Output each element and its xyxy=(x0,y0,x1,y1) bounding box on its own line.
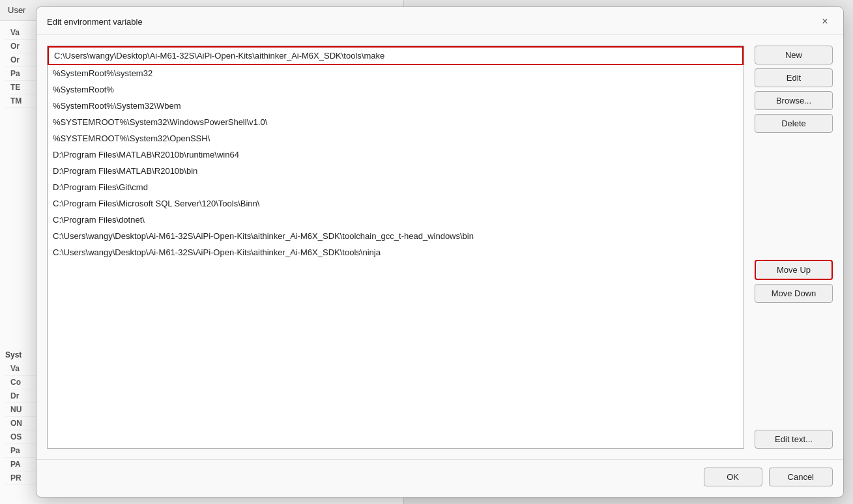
close-button[interactable]: × xyxy=(817,14,833,29)
delete-button[interactable]: Delete xyxy=(755,114,833,133)
edit-text-button[interactable]: Edit text... xyxy=(755,430,833,449)
edit-env-dialog: Edit environment variable × C:\Users\wan… xyxy=(36,7,844,497)
move-up-button[interactable]: Move Up xyxy=(755,260,833,280)
dialog-footer: OK Cancel xyxy=(36,459,843,497)
path-item[interactable]: %SYSTEMROOT%\System32\OpenSSH\ xyxy=(48,130,744,147)
dialog-content: C:\Users\wangy\Desktop\Ai-M61-32S\AiPi-O… xyxy=(36,35,843,459)
path-item[interactable]: %SystemRoot%\system32 xyxy=(48,65,744,81)
dialog-titlebar: Edit environment variable × xyxy=(36,7,843,35)
path-list-container: C:\Users\wangy\Desktop\Ai-M61-32S\AiPi-O… xyxy=(47,46,744,449)
path-list[interactable]: C:\Users\wangy\Desktop\Ai-M61-32S\AiPi-O… xyxy=(48,46,744,448)
dialog-title: Edit environment variable xyxy=(47,17,143,27)
button-spacer xyxy=(755,137,833,256)
move-down-button[interactable]: Move Down xyxy=(755,284,833,303)
button-spacer-2 xyxy=(755,307,833,426)
path-item[interactable]: D:\Program Files\Git\cmd xyxy=(48,179,744,195)
path-item[interactable]: C:\Users\wangy\Desktop\Ai-M61-32S\AiPi-O… xyxy=(48,244,744,260)
action-buttons: New Edit Browse... Delete Move Up Move D… xyxy=(755,46,833,449)
path-item[interactable]: %SystemRoot%\System32\Wbem xyxy=(48,98,744,114)
path-item[interactable]: C:\Program Files\Microsoft SQL Server\12… xyxy=(48,195,744,212)
path-item[interactable]: D:\Program Files\MATLAB\R2010b\bin xyxy=(48,163,744,179)
path-item[interactable]: %SystemRoot% xyxy=(48,81,744,98)
bg-user-label: User xyxy=(8,5,25,15)
cancel-button[interactable]: Cancel xyxy=(769,468,833,486)
browse-button[interactable]: Browse... xyxy=(755,91,833,110)
path-item[interactable]: C:\Program Files\dotnet\ xyxy=(48,212,744,228)
path-item[interactable]: D:\Program Files\MATLAB\R2010b\runtime\w… xyxy=(48,147,744,163)
ok-button[interactable]: OK xyxy=(704,468,762,486)
path-item[interactable]: %SYSTEMROOT%\System32\WindowsPowerShell\… xyxy=(48,114,744,130)
path-item[interactable]: C:\Users\wangy\Desktop\Ai-M61-32S\AiPi-O… xyxy=(48,46,744,65)
new-button[interactable]: New xyxy=(755,46,833,64)
edit-button[interactable]: Edit xyxy=(755,68,833,87)
path-item[interactable]: C:\Users\wangy\Desktop\Ai-M61-32S\AiPi-O… xyxy=(48,228,744,244)
